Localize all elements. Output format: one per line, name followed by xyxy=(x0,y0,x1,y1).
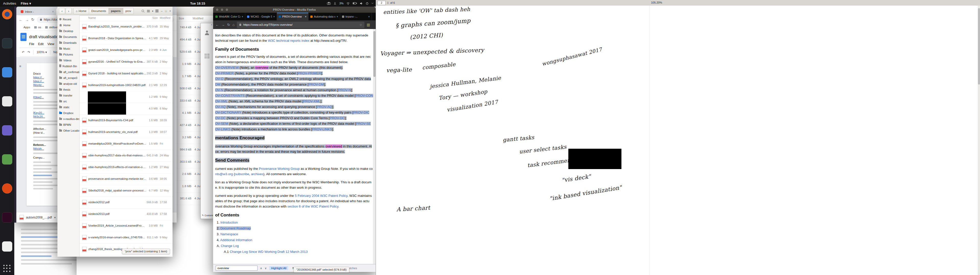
file-row[interactable]: metaeditplus2009_WorstPracticesForDomain… xyxy=(80,138,172,150)
hyperlink[interactable]: DM xyxy=(215,82,220,86)
file-row[interactable]: provenance-and-sensemaking-melanie-tory-… xyxy=(80,174,172,185)
power-icon[interactable] xyxy=(366,2,369,5)
hyperlink[interactable]: PROV-SE xyxy=(356,122,371,125)
chevron-down-icon[interactable] xyxy=(371,3,374,4)
show-applications-button[interactable] xyxy=(3,265,11,272)
hyperlink[interactable]: Namespace xyxy=(220,232,238,236)
view-toggle-icon[interactable] xyxy=(147,9,150,13)
sidebar-item-videos[interactable]: Videos xyxy=(57,57,80,63)
sidebar-item-thesis[interactable]: thesis xyxy=(57,87,80,92)
chevron-down-icon[interactable]: ▾ xyxy=(54,216,56,219)
file-row[interactable]: Broman2018 - Data Organization in Spread… xyxy=(80,33,172,44)
file-row[interactable]: 4.0 MB6 May xyxy=(80,103,172,115)
battery-icon[interactable] xyxy=(353,2,357,5)
tab-close-icon[interactable]: × xyxy=(273,15,275,18)
library-icon[interactable]: ▥ xyxy=(367,23,370,27)
hyperlink[interactable]: PROV-AQ xyxy=(317,105,332,109)
toc-entry[interactable]: A.1 Change Log Since WD Working Draft 12… xyxy=(224,249,373,254)
file-row[interactable]: hullman2019-uncertainty_vis_eval.pdf1.3 … xyxy=(80,126,172,138)
file-row[interactable]: obie-humphrey2019-effects-of-narration-o… xyxy=(80,162,172,174)
file-row[interactable]: hullman2019-BayesianVis-CHI.pdf1.6 MB18:… xyxy=(80,115,172,126)
search-icon[interactable] xyxy=(142,9,145,13)
file-row[interactable]: holliman2019-turinginstitute-1902.04820.… xyxy=(80,80,172,92)
download-icon[interactable] xyxy=(334,2,336,5)
hyperlink[interactable]: OV-PRIMER xyxy=(215,71,234,75)
hyperlink[interactable]: OV-O xyxy=(215,77,224,81)
sidebar-item-analyse-vid[interactable]: analyse-vid xyxy=(57,81,80,87)
volume-icon[interactable] xyxy=(360,2,363,5)
close-button[interactable]: × xyxy=(169,9,171,13)
undo-icon[interactable]: ↶ xyxy=(22,51,24,54)
toc-entry[interactable]: 1. Introduction xyxy=(217,220,373,225)
grid-icon[interactable] xyxy=(205,54,209,58)
sidebar-item-desktop[interactable]: Desktop xyxy=(57,28,80,34)
forward-button[interactable]: › xyxy=(65,8,72,14)
sidebar-item-aft-scrape3[interactable]: aft_scrape3 xyxy=(57,75,80,81)
document-outline-icon[interactable]: ≡ xyxy=(19,64,21,68)
hyperlink[interactable]: PROV-DIC xyxy=(353,111,369,114)
hyperlink[interactable]: OV-XML xyxy=(215,99,228,103)
find-input[interactable] xyxy=(216,266,258,271)
window-controls[interactable] xyxy=(216,8,228,11)
file-row[interactable]: BaodingLiu2010_Some_research_problems_in… xyxy=(80,21,172,33)
bookmark-star-icon[interactable]: ☆ xyxy=(360,23,362,27)
scrollbar[interactable] xyxy=(373,29,375,264)
browser-tab[interactable]: WebAIM: Color Contra...× xyxy=(213,13,245,21)
hyperlink[interactable]: PROV-DC xyxy=(329,116,345,120)
tab-close-icon[interactable]: × xyxy=(337,15,338,18)
forward-button[interactable]: → xyxy=(221,23,225,27)
scrollbar[interactable] xyxy=(978,6,980,275)
find-previous-icon[interactable]: ∧ xyxy=(260,267,262,270)
file-row[interactable]: obie-humphrey2017-data-vis-that-makessen… xyxy=(80,150,172,162)
tab-close-icon[interactable]: × xyxy=(242,15,243,18)
chevron-down-icon[interactable]: ▾ xyxy=(152,9,153,13)
breadcrumb-documents[interactable]: Documents xyxy=(89,8,109,14)
network-icon[interactable] xyxy=(346,2,350,5)
highlight-all-toggle[interactable]: Highlight All xyxy=(269,266,288,270)
back-button[interactable]: ← xyxy=(215,23,219,27)
hyperlink[interactable]: OV-N xyxy=(215,88,223,92)
back-button[interactable]: ‹ xyxy=(59,8,65,14)
docs-menu-file[interactable]: File xyxy=(29,42,34,46)
docs-menu-edit[interactable]: Edit xyxy=(38,42,44,46)
file-row[interactable]: Voelter2019_Article_LessonsLearnedFromDe… xyxy=(80,220,172,232)
reload-button[interactable]: ↻ xyxy=(227,23,230,27)
hyperlink[interactable]: PROV-DM xyxy=(309,82,324,86)
hyperlink[interactable]: OV-SEM xyxy=(215,122,228,125)
sidebar-item-rubbish-bin[interactable]: Rubbish Bin xyxy=(57,63,80,69)
hyperlink[interactable]: OV-AQ xyxy=(215,105,226,109)
tab-close-icon[interactable]: × xyxy=(305,15,307,18)
sidebar-item-pictures[interactable]: Pictures xyxy=(57,51,80,57)
sidebar-item-src[interactable]: src xyxy=(57,98,80,104)
file-row[interactable]: gratzl-sam2019_knowledgepearls-prov-pres… xyxy=(80,44,172,56)
sidebar-item-recent[interactable]: Recent xyxy=(57,16,80,22)
tab-close-icon[interactable]: × xyxy=(52,10,54,14)
breadcrumb-papers[interactable]: papers xyxy=(109,8,123,14)
address-bar[interactable]: https://www.w3.org/TR/prov-overview/ ☆ xyxy=(237,22,364,28)
back-button[interactable]: ← xyxy=(19,17,23,22)
dock-item-firefox[interactable] xyxy=(2,9,12,19)
hyperlink[interactable]: OV-LINKS xyxy=(215,127,231,131)
hyperlink[interactable]: 5 February 2004 W3C Patent Policy xyxy=(295,194,347,198)
hyperlink[interactable]: PROV-LINKS xyxy=(312,127,332,131)
sidebar-item-home[interactable]: Home xyxy=(57,22,80,28)
dock-item-files[interactable] xyxy=(2,67,12,77)
hyperlink[interactable]: section 6 of the W3C Patent Policy xyxy=(287,204,338,208)
hyperlink[interactable]: PROV-CONS xyxy=(355,94,373,98)
zoom-select[interactable]: 100%▾ xyxy=(37,51,47,54)
sidebar-item-static[interactable]: static xyxy=(57,104,80,110)
bookmark-item[interactable]: os xyxy=(34,26,41,29)
column-size[interactable]: Size xyxy=(138,16,158,19)
system-indicators[interactable]: 3% xyxy=(327,0,374,6)
menu-icon[interactable] xyxy=(156,9,159,13)
hyperlink[interactable]: Introduction xyxy=(220,221,238,224)
column-modified[interactable]: Modified xyxy=(160,16,170,19)
notes-canvas[interactable]: entities like 'OW' tab dash heh§ graphs … xyxy=(376,6,980,275)
find-next-icon[interactable]: ∨ xyxy=(265,267,267,270)
sidebar-item-other-locations[interactable]: Other Locations xyxy=(57,128,80,133)
screenshot-icon[interactable] xyxy=(327,2,331,5)
file-row[interactable]: Sibolla2018_mdpi_spatial-sensor-processi… xyxy=(80,185,172,197)
hyperlink[interactable]: Document Roadmap xyxy=(220,226,251,230)
hyperlink[interactable]: OV-CONSTRAINTS xyxy=(215,94,245,98)
hyperlink[interactable]: W3C technical reports index xyxy=(268,39,310,43)
